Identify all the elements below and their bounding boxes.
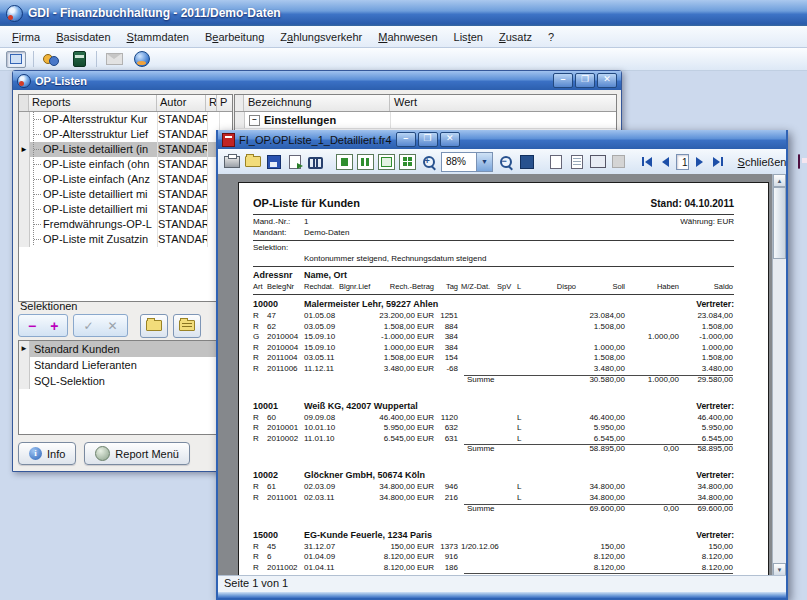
doc-table-row: R6102.03.0934.800,00 EUR946L34.800,0034.… [253, 482, 734, 493]
page-width-icon [378, 154, 395, 170]
indicator-column-header [235, 95, 244, 111]
remove-selection-button[interactable]: − [28, 319, 36, 333]
report-list-row[interactable]: OP-Liste mit ZusatzinSTANDARD [19, 232, 232, 247]
main-titlebar[interactable]: GDI - Finanzbuchhaltung - 2011/Demo-Date… [0, 0, 807, 26]
menu-item-listen[interactable]: Listen [446, 29, 491, 45]
col-header-autor[interactable]: Autor [157, 95, 206, 111]
report-titlebar[interactable]: FI_OP.OPListe_1_Detailliert.fr4 – ❐ ✕ [218, 130, 786, 149]
many-pages-icon [399, 154, 416, 170]
save-icon [267, 155, 281, 169]
close-button[interactable]: ✕ [440, 132, 460, 147]
report-menu-button[interactable]: Report Menü [84, 442, 190, 465]
customer-group: 10002Glöckner GmbH, 50674 KölnVertreter:… [253, 470, 734, 515]
selection-list-item[interactable]: Standard Lieferanten [19, 357, 232, 373]
open-selection-button[interactable] [140, 314, 168, 338]
report-list-row[interactable]: OP-Liste detailliert miSTANDARD [19, 187, 232, 202]
exit-icon[interactable] [798, 154, 800, 169]
view-many-pages-button[interactable] [399, 153, 416, 170]
print-button[interactable] [223, 153, 240, 170]
globe-icon [134, 51, 150, 67]
report-list-row[interactable]: OP-Altersstruktur LiefSTANDARD [19, 127, 232, 142]
menu-item-mahnwesen[interactable]: Mahnwesen [370, 29, 445, 45]
confirm-button[interactable]: ✓ [83, 319, 93, 333]
zoom-out-button[interactable]: − [497, 153, 514, 170]
mail-icon [106, 53, 123, 65]
page-settings-button[interactable] [547, 153, 564, 170]
save-button[interactable] [265, 153, 282, 170]
scroll-up-icon[interactable]: ▲ [773, 174, 786, 187]
first-page-button[interactable] [639, 157, 655, 167]
maximize-button[interactable]: ❐ [418, 132, 438, 147]
menu-item-basisdaten[interactable]: Basisdaten [48, 29, 118, 45]
close-button[interactable]: ✕ [597, 73, 617, 88]
view-two-pages-button[interactable] [357, 153, 374, 170]
schliessen-button[interactable]: Schließen [730, 156, 795, 168]
edit-page-button[interactable] [610, 153, 627, 170]
col-header-reports[interactable]: Reports [29, 95, 157, 111]
minimize-button[interactable]: – [396, 132, 416, 147]
menu-item-firma[interactable]: Firma [4, 29, 48, 45]
menu-item-[interactable]: ? [540, 29, 562, 45]
menu-item-bearbeitung[interactable]: Bearbeitung [197, 29, 272, 45]
property-group-row[interactable]: −Einstellungen [235, 112, 616, 129]
next-page-button[interactable] [693, 157, 706, 167]
info-button[interactable]: i Info [18, 442, 76, 465]
prev-page-button[interactable] [659, 157, 672, 167]
main-window-title: GDI - Finanzbuchhaltung - 2011/Demo-Date… [28, 6, 281, 20]
currency-label: Währung: EUR [680, 217, 734, 227]
menu-item-zusatz[interactable]: Zusatz [491, 29, 540, 45]
report-list-row[interactable]: OP-Altersstruktur KurSTANDARD [19, 112, 232, 127]
report-list-row[interactable]: ►OP-Liste detailliert (inSTANDARD [19, 142, 232, 157]
view-page-width-button[interactable] [378, 153, 395, 170]
forms-button[interactable] [5, 50, 27, 68]
view-whole-page-button[interactable] [336, 153, 353, 170]
report-list-row[interactable]: OP-Liste einfach (AnzSTANDARD [19, 172, 232, 187]
col-header-bezeichnung[interactable]: Bezeichnung [244, 95, 390, 111]
report-list-row[interactable]: OP-Liste einfach (ohnSTANDARD [19, 157, 232, 172]
dropdown-arrow-icon[interactable]: ▼ [476, 153, 492, 171]
selection-list-item[interactable]: ►Standard Kunden [19, 341, 232, 357]
col-header-r[interactable]: R [206, 95, 217, 111]
add-selection-button[interactable]: + [50, 319, 58, 333]
menu-bar: FirmaBasisdatenStammdatenBearbeitungZahl… [0, 26, 807, 48]
doc-table-row: R201100102.03.1134.800,00 EUR216L34.800,… [253, 493, 734, 504]
report-list-row[interactable]: OP-Liste detailliert miSTANDARD [19, 202, 232, 217]
last-page-button[interactable] [710, 157, 726, 167]
personal-accounts-button[interactable] [40, 50, 62, 68]
export-button[interactable] [286, 153, 303, 170]
menu-item-zahlungsverkehr[interactable]: Zahlungsverkehr [272, 29, 370, 45]
thumbnails-button[interactable] [589, 153, 606, 170]
selektionen-list: ►Standard KundenStandard LieferantenSQL-… [18, 340, 233, 435]
doc-table-row: R601.04.098.120,00 EUR9168.120,008.120,0… [253, 552, 734, 563]
customer-group: 10000Malermeister Lehr, 59227 AhlenVertr… [253, 299, 734, 387]
scrollbar-thumb[interactable] [773, 187, 786, 259]
vertical-scrollbar[interactable]: ▲ ▼ [772, 174, 786, 576]
open-button[interactable] [244, 153, 261, 170]
zoom-in-button[interactable]: + [420, 153, 437, 170]
maximize-button[interactable]: ❐ [575, 73, 595, 88]
page-number-input[interactable]: 1 [676, 154, 689, 170]
cancel-button[interactable]: ✕ [107, 319, 117, 333]
collapse-icon[interactable]: − [249, 115, 260, 126]
menu-item-stammdaten[interactable]: Stammdaten [119, 29, 197, 45]
selection-list-button[interactable] [173, 314, 201, 338]
next-page-icon [696, 157, 703, 167]
col-header-p[interactable]: P [217, 95, 229, 111]
window-bottom-frame [218, 592, 786, 598]
selection-list-item[interactable]: SQL-Selektion [19, 373, 232, 389]
col-header-wert[interactable]: Wert [390, 95, 616, 111]
page-properties-button[interactable] [568, 153, 585, 170]
find-button[interactable] [307, 153, 324, 170]
doc-body: 10000Malermeister Lehr, 59227 AhlenVertr… [253, 299, 734, 576]
zoom-combo[interactable]: 88% ▼ [441, 152, 493, 172]
report-list-row[interactable]: Fremdwährungs-OP-LSTANDARD [19, 217, 232, 232]
minimize-button[interactable]: – [553, 73, 573, 88]
doc-table-row: R6009.09.0846.400,00 EUR1120L46.400,0046… [253, 413, 734, 424]
edit-icon [612, 155, 625, 168]
full-screen-button[interactable] [518, 153, 535, 170]
accounts-button[interactable] [68, 50, 90, 68]
mand-nr-label: Mand.-Nr.: [253, 217, 304, 227]
op-listen-titlebar[interactable]: OP-Listen – ❐ ✕ [13, 71, 621, 90]
mail-button[interactable] [103, 50, 125, 68]
online-button[interactable] [131, 50, 153, 68]
